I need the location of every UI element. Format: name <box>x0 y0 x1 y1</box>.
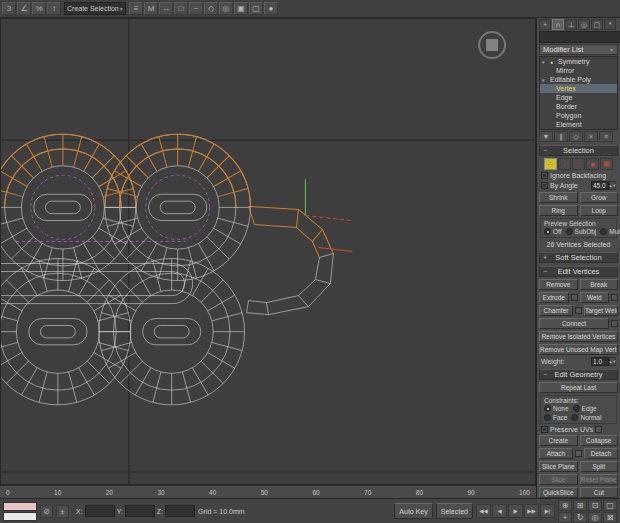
render-setup-icon[interactable]: ▣ <box>234 2 248 15</box>
rollout-edit-geometry[interactable]: − Edit Geometry <box>539 369 618 380</box>
make-unique-icon[interactable]: ◇ <box>569 131 583 142</box>
x-coordinate-field[interactable] <box>85 505 115 517</box>
attach-settings-icon[interactable] <box>575 450 582 457</box>
polygon-mode-icon[interactable]: ■ <box>586 158 599 170</box>
next-frame-icon[interactable]: ▶▶ <box>524 504 539 518</box>
object-name-field[interactable] <box>539 31 620 43</box>
align-icon[interactable]: ↔ <box>159 2 173 15</box>
y-coordinate-field[interactable] <box>125 505 155 517</box>
go-to-start-icon[interactable]: ◀◀ <box>476 504 491 518</box>
listener-script-line[interactable] <box>3 512 37 521</box>
connect-button[interactable]: Connect <box>539 318 609 329</box>
render-icon[interactable]: ● <box>264 2 278 15</box>
cut-button[interactable]: Cut <box>580 487 619 498</box>
percent-snap-icon[interactable]: % <box>32 2 46 15</box>
listener-macro-line[interactable] <box>3 502 37 511</box>
zoom-extents-icon[interactable]: ⊡ <box>588 500 602 511</box>
rollout-edit-vertices[interactable]: − Edit Vertices <box>539 266 618 277</box>
constraint-normal-radio[interactable]: Normal <box>571 414 601 421</box>
configure-modifier-sets-icon[interactable]: ≡ <box>599 131 613 142</box>
absolute-mode-icon[interactable]: ± <box>56 505 69 518</box>
preview-subobj-radio[interactable]: SubObj <box>566 228 597 235</box>
zoom-all-icon[interactable]: ⊞ <box>573 500 587 511</box>
layer-manager-icon[interactable]: □ <box>174 2 188 15</box>
modifier-list-dropdown[interactable]: Modifier List ▼ <box>539 44 618 55</box>
remove-modifier-icon[interactable]: × <box>584 131 598 142</box>
stack-item-element[interactable]: Element <box>540 120 617 129</box>
material-editor-icon[interactable]: ◎ <box>219 2 233 15</box>
expand-icon[interactable]: ▾ <box>542 59 548 65</box>
ring-button[interactable]: Ring <box>539 205 578 216</box>
constraint-none-radio[interactable]: None <box>544 405 569 412</box>
maxscript-mini-listener[interactable] <box>3 502 37 521</box>
stack-item-edge[interactable]: Edge <box>540 93 617 102</box>
remove-unused-map-verts-button[interactable]: Remove Unused Map Verts <box>539 344 618 355</box>
create-button[interactable]: Create <box>539 435 578 446</box>
modifier-visibility-icon[interactable]: ● <box>550 59 556 65</box>
repeat-last-button[interactable]: Repeat Last <box>539 382 618 393</box>
stack-item-polygon[interactable]: Polygon <box>540 111 617 120</box>
pan-icon[interactable]: + <box>558 512 572 523</box>
schematic-view-icon[interactable]: ◇ <box>204 2 218 15</box>
loop-button[interactable]: Loop <box>580 205 619 216</box>
edit-named-selections-icon[interactable]: ≡ <box>129 2 143 15</box>
fov-icon[interactable]: ◎ <box>588 512 602 523</box>
tab-motion[interactable]: ◎ <box>578 19 590 30</box>
split-button[interactable]: Split <box>580 461 619 472</box>
preserve-uvs-checkbox[interactable]: Preserve UVs <box>541 426 618 433</box>
collapse-button[interactable]: Collapse <box>580 435 619 446</box>
quickslice-button[interactable]: QuickSlice <box>539 487 578 498</box>
stack-item-border[interactable]: Border <box>540 102 617 111</box>
named-selection-set-field[interactable]: Create Selection ▼ <box>64 2 126 15</box>
weld-settings-icon[interactable] <box>611 294 618 301</box>
auto-key-button[interactable]: Auto Key <box>394 503 432 519</box>
rollout-soft-selection[interactable]: + Soft Selection <box>539 252 618 263</box>
angle-snap-icon[interactable]: ∠ <box>17 2 31 15</box>
tab-modify[interactable]: ∩ <box>552 19 564 30</box>
weight-value[interactable]: 1.0 <box>591 357 609 366</box>
by-angle-checkbox[interactable]: By Angle 45.0 ▲▼ <box>541 181 618 190</box>
slice-plane-button[interactable]: Slice Plane <box>539 461 578 472</box>
preview-multi-radio[interactable]: Multi <box>600 228 620 235</box>
go-to-end-icon[interactable]: ▶| <box>540 504 555 518</box>
chamfer-button[interactable]: Chamfer <box>539 305 573 316</box>
slice-button[interactable]: Slice <box>539 474 578 485</box>
by-angle-value[interactable]: 45.0 <box>591 181 609 190</box>
viewport-navigation-widget[interactable] <box>479 32 505 58</box>
key-filter-dropdown[interactable]: Selected <box>436 503 473 519</box>
orbit-icon[interactable]: ↻ <box>573 512 587 523</box>
tab-display[interactable]: ▢ <box>591 19 603 30</box>
stack-item-vertex[interactable]: Vertex <box>540 84 617 93</box>
zoom-icon[interactable]: ⊕ <box>558 500 572 511</box>
perspective-viewport[interactable] <box>0 18 536 485</box>
connect-settings-icon[interactable] <box>611 320 618 327</box>
zoom-region-icon[interactable]: ▢ <box>603 500 617 511</box>
break-button[interactable]: Break <box>580 279 619 290</box>
preserve-uvs-settings-icon[interactable] <box>595 426 602 433</box>
vertex-mode-icon[interactable]: ∴ <box>544 158 557 170</box>
snaps-toggle-icon[interactable]: 3 <box>2 2 16 15</box>
spinner-arrows-icon[interactable]: ▲▼ <box>609 357 616 366</box>
stack-item-editable-poly[interactable]: ▾ Editable Poly <box>540 75 617 84</box>
extrude-settings-icon[interactable] <box>571 294 578 301</box>
constraint-edge-radio[interactable]: Edge <box>573 405 597 412</box>
reset-plane-button[interactable]: Reset Plane <box>580 474 619 485</box>
edge-mode-icon[interactable]: / <box>558 158 571 170</box>
expand-icon[interactable]: ▾ <box>542 77 548 83</box>
maximize-viewport-icon[interactable]: ⊠ <box>603 512 617 523</box>
rendered-frame-icon[interactable]: ▢ <box>249 2 263 15</box>
graph-editor-icon[interactable]: ~ <box>189 2 203 15</box>
spinner-arrows-icon[interactable]: ▲▼ <box>609 181 616 190</box>
rollout-selection[interactable]: − Selection <box>539 145 618 156</box>
show-end-result-icon[interactable]: ∥ <box>554 131 568 142</box>
z-coordinate-field[interactable] <box>165 505 195 517</box>
previous-frame-icon[interactable]: ◀ <box>492 504 507 518</box>
track-bar[interactable]: 0102030405060708090100 <box>0 485 536 498</box>
stack-item-mirror[interactable]: Mirror <box>540 66 617 75</box>
selection-lock-icon[interactable]: ⊘ <box>40 505 53 518</box>
constraint-face-radio[interactable]: Face <box>544 414 567 421</box>
element-mode-icon[interactable]: ▣ <box>600 158 613 170</box>
extrude-button[interactable]: Extrude <box>539 292 569 303</box>
detach-button[interactable]: Detach <box>584 448 618 459</box>
ignore-backfacing-checkbox[interactable]: Ignore Backfacing <box>541 172 618 179</box>
